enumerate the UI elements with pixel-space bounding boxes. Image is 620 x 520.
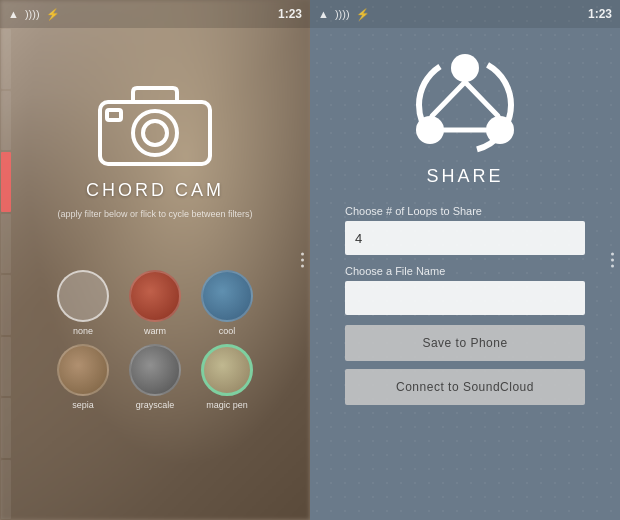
- status-icons-left: ▲ )))) ⚡: [8, 8, 60, 21]
- filter-label-grayscale: grayscale: [136, 400, 175, 410]
- scroll-segment-active[interactable]: [1, 152, 11, 212]
- loops-input[interactable]: [345, 221, 585, 255]
- scroll-segment[interactable]: [1, 460, 11, 520]
- filter-circle-cool[interactable]: [201, 270, 253, 322]
- svg-point-1: [133, 111, 177, 155]
- three-dots-menu-right[interactable]: [611, 253, 614, 268]
- share-icon-container: [410, 50, 520, 160]
- camera-section: CHORD CAM (apply filter below or flick t…: [0, 80, 310, 219]
- save-to-phone-button[interactable]: Save to Phone: [345, 325, 585, 361]
- dot: [301, 265, 304, 268]
- svg-line-8: [465, 82, 498, 116]
- dot: [611, 259, 614, 262]
- dot: [301, 259, 304, 262]
- filter-hint: (apply filter below or flick to cycle be…: [57, 209, 252, 219]
- filter-label-none: none: [73, 326, 93, 336]
- time-left: 1:23: [278, 7, 302, 21]
- scroll-segment[interactable]: [1, 275, 11, 335]
- right-panel: ▲ )))) ⚡ 1:23 SHARE Choose # of Loops to…: [310, 0, 620, 520]
- filter-magic-pen[interactable]: magic pen: [201, 344, 253, 410]
- scroll-segment[interactable]: [1, 398, 11, 458]
- filter-circle-warm[interactable]: [129, 270, 181, 322]
- left-panel: ▲ )))) ⚡ 1:23 CHORD CAM (apply: [0, 0, 310, 520]
- svg-rect-3: [107, 110, 121, 120]
- filters-row-top: none warm cool: [20, 270, 290, 336]
- bluetooth-icon-right: ⚡: [356, 8, 370, 21]
- filter-circle-magic[interactable]: [201, 344, 253, 396]
- filters-row-bottom: sepia grayscale magic pen: [20, 344, 290, 410]
- signal-icon-right: ▲: [318, 8, 329, 20]
- filter-sepia[interactable]: sepia: [57, 344, 109, 410]
- scroll-segment[interactable]: [1, 337, 11, 397]
- dot: [611, 265, 614, 268]
- filter-label-magic: magic pen: [206, 400, 248, 410]
- filter-circle-none[interactable]: [57, 270, 109, 322]
- filter-cool[interactable]: cool: [201, 270, 253, 336]
- filename-label: Choose a File Name: [345, 265, 585, 277]
- svg-point-4: [451, 54, 479, 82]
- top-bar-right: ▲ )))) ⚡ 1:23: [310, 0, 620, 28]
- background-blur: [0, 0, 310, 520]
- top-bar-left: ▲ )))) ⚡ 1:23: [0, 0, 310, 28]
- signal-icon: ▲: [8, 8, 19, 20]
- filter-grayscale[interactable]: grayscale: [129, 344, 181, 410]
- dot: [611, 253, 614, 256]
- three-dots-menu-left[interactable]: [301, 253, 304, 268]
- filter-label-cool: cool: [219, 326, 236, 336]
- dot: [301, 253, 304, 256]
- wifi-icon-right: )))): [335, 8, 350, 20]
- filter-circle-sepia[interactable]: [57, 344, 109, 396]
- filter-label-sepia: sepia: [72, 400, 94, 410]
- bluetooth-icon: ⚡: [46, 8, 60, 21]
- share-form: Choose # of Loops to Share Choose a File…: [345, 205, 585, 413]
- filters-container: none warm cool sepia grayscale magi: [0, 270, 310, 418]
- scroll-segment[interactable]: [1, 214, 11, 274]
- time-right: 1:23: [588, 7, 612, 21]
- app-title: CHORD CAM: [86, 180, 224, 201]
- filter-warm[interactable]: warm: [129, 270, 181, 336]
- svg-point-2: [143, 121, 167, 145]
- filter-none[interactable]: none: [57, 270, 109, 336]
- filename-input[interactable]: [345, 281, 585, 315]
- wifi-icon: )))): [25, 8, 40, 20]
- scroll-segment[interactable]: [1, 91, 11, 151]
- loops-label: Choose # of Loops to Share: [345, 205, 585, 217]
- camera-icon: [95, 80, 215, 170]
- left-scrollbar[interactable]: [0, 28, 12, 520]
- share-title: SHARE: [426, 166, 503, 187]
- status-icons-right: ▲ )))) ⚡: [318, 8, 370, 21]
- svg-line-7: [432, 82, 465, 116]
- connect-soundcloud-button[interactable]: Connect to SoundCloud: [345, 369, 585, 405]
- filter-circle-grayscale[interactable]: [129, 344, 181, 396]
- share-icon: [410, 50, 520, 160]
- scroll-segment[interactable]: [1, 29, 11, 89]
- filter-label-warm: warm: [144, 326, 166, 336]
